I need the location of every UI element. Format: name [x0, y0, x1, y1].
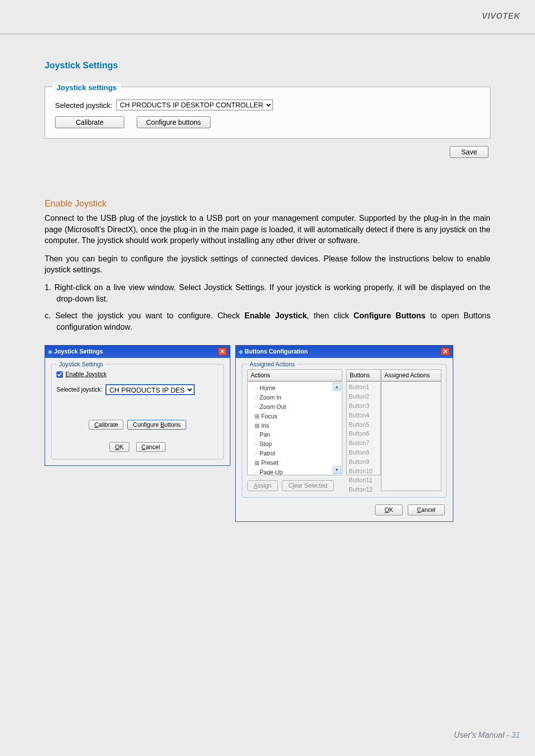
actions-header: Actions: [247, 369, 342, 382]
buttons-header: Buttons: [346, 369, 381, 382]
ok-button[interactable]: OK: [375, 504, 402, 515]
buttons-list[interactable]: Button1Button2Button3Button4Button5Butto…: [346, 381, 381, 475]
step-c: c. Select the joystick you want to confi…: [45, 310, 490, 333]
actions-tree[interactable]: ▲ HomeZoom InZoom OutFocusIrisPanStopPat…: [247, 381, 342, 475]
save-button[interactable]: Save: [450, 146, 488, 158]
fieldset-legend: Joystick Settings: [56, 360, 106, 369]
action-item[interactable]: Iris: [255, 421, 339, 431]
action-item[interactable]: Pan: [255, 430, 339, 440]
scroll-up-icon[interactable]: ▲: [333, 383, 341, 391]
button-item[interactable]: Button6: [349, 429, 378, 439]
action-item[interactable]: Zoom Out: [255, 403, 339, 412]
instruction-steps: 1. Right-click on a live view window. Se…: [45, 282, 490, 333]
dlg-configure-buttons-button[interactable]: Configure Buttons: [127, 420, 186, 430]
enable-joystick-label[interactable]: Enable Joystick: [65, 370, 107, 379]
action-item[interactable]: Home: [255, 384, 339, 393]
calibrate-button[interactable]: Calibrate: [55, 116, 124, 128]
paragraph-2: Then you can begin to configure the joys…: [45, 253, 490, 276]
enable-joystick-heading: Enable Joystick: [45, 198, 490, 210]
button-item[interactable]: Button11: [349, 476, 378, 485]
action-item[interactable]: Patrol: [255, 449, 339, 458]
action-item[interactable]: Focus: [255, 412, 339, 421]
diamond-icon: ◆: [48, 349, 52, 354]
close-icon[interactable]: ✕: [218, 348, 227, 355]
button-item[interactable]: Button9: [349, 457, 378, 467]
action-item[interactable]: Zoom In: [255, 393, 339, 403]
page-title: Joystick Settings: [45, 59, 490, 72]
joystick-settings-panel: Joystick settings Selected joystick: CH …: [45, 87, 490, 139]
clear-selected-button[interactable]: Clear Selected: [282, 480, 334, 491]
button-item[interactable]: Button8: [349, 448, 378, 457]
assigned-actions-header: Assigned Actions: [381, 369, 441, 382]
selected-joystick-dropdown[interactable]: CH PRODUCTS IP DESKTOP CONTROLLER: [116, 100, 273, 110]
close-icon[interactable]: ✕: [441, 348, 450, 355]
assigned-actions-list[interactable]: [381, 381, 441, 491]
dialog-titlebar: ◆Joystick Settings ✕: [45, 346, 230, 358]
panel-legend: Joystick settings: [53, 82, 121, 93]
button-item[interactable]: Button7: [349, 439, 378, 448]
dlg-selected-joystick-label: Selected joystick:: [56, 386, 103, 394]
action-item[interactable]: Stop: [255, 440, 339, 449]
button-item[interactable]: Button3: [349, 402, 378, 411]
cancel-button[interactable]: Cancel: [408, 504, 445, 515]
button-item[interactable]: Button4: [349, 411, 378, 420]
diamond-icon: ◆: [239, 349, 243, 354]
button-item[interactable]: Button1: [349, 383, 378, 392]
dlg-selected-joystick-dropdown[interactable]: CH PRODUCTS IP DESKTOP CON: [106, 384, 195, 395]
button-item[interactable]: Button2: [349, 392, 378, 402]
enable-joystick-checkbox[interactable]: [56, 371, 63, 378]
button-item[interactable]: Button5: [349, 420, 378, 430]
footer: User's Manual - 31: [0, 725, 535, 751]
action-item[interactable]: Page Up: [255, 468, 339, 476]
joystick-settings-dialog: ◆Joystick Settings ✕ Joystick Settings E…: [45, 345, 230, 466]
ok-button[interactable]: OK: [109, 442, 129, 452]
button-item[interactable]: Button12: [349, 485, 378, 495]
cancel-button[interactable]: Cancel: [136, 442, 165, 452]
assigned-actions-legend: Assigned Actions: [247, 360, 297, 369]
paragraph-1: Connect to the USB plug of the joystick …: [45, 213, 490, 246]
brand-text: VIVOTEK: [482, 11, 520, 22]
dlg-calibrate-button[interactable]: Calibrate: [89, 420, 123, 430]
dialog-titlebar: ◆Buttons Configuration ✕: [236, 346, 453, 358]
button-item[interactable]: Button10: [349, 467, 378, 476]
assign-button[interactable]: Assign: [247, 480, 278, 491]
scroll-down-icon[interactable]: ▼: [333, 466, 341, 474]
action-item[interactable]: Preset: [255, 458, 339, 468]
selected-joystick-label: Selected joystick:: [55, 100, 112, 110]
brand-bar: VIVOTEK: [0, 0, 535, 35]
configure-buttons-button[interactable]: Configure buttons: [137, 116, 211, 128]
step-1: 1. Right-click on a live view window. Se…: [45, 282, 490, 304]
buttons-configuration-dialog: ◆Buttons Configuration ✕ Assigned Action…: [235, 345, 453, 522]
